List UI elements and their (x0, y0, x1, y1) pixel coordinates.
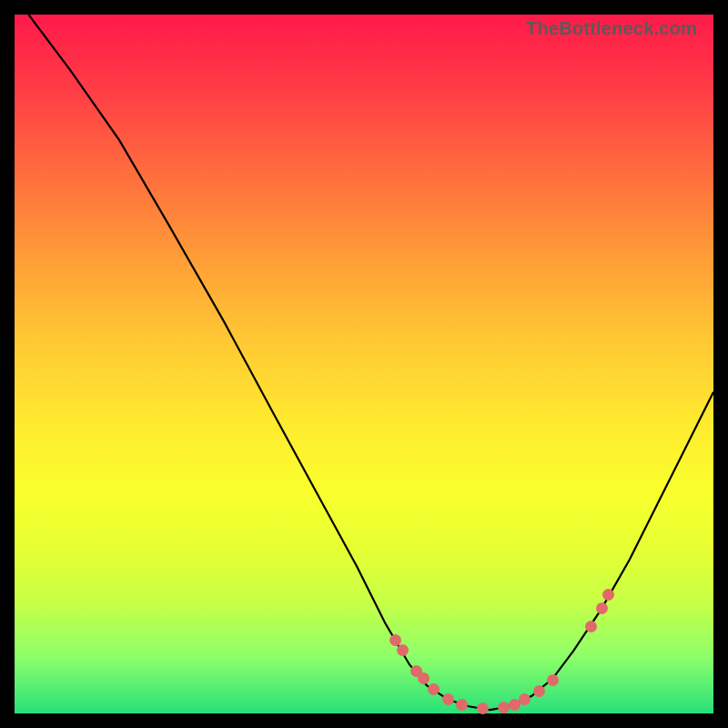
data-point (442, 693, 454, 705)
chart-container: TheBottleneck.com (0, 0, 728, 728)
data-point (547, 674, 559, 686)
data-point (596, 602, 608, 614)
data-point (585, 621, 597, 632)
plot-area: TheBottleneck.com (15, 15, 713, 713)
data-point (418, 672, 430, 684)
data-point (428, 683, 440, 695)
data-point (533, 685, 545, 697)
bottleneck-curve (15, 15, 713, 713)
